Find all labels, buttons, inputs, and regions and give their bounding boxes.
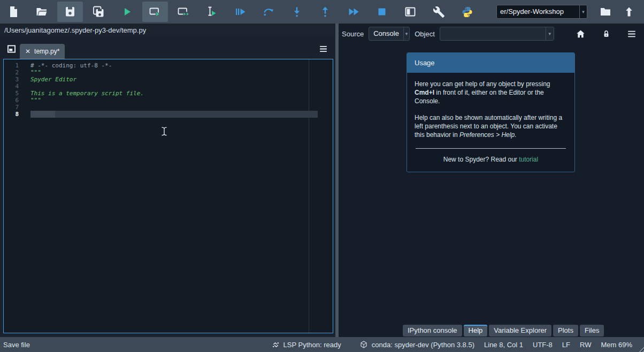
new-file-icon <box>7 5 20 18</box>
working-directory-value: er/Spyder-Workshop <box>497 5 579 18</box>
folder-icon <box>599 5 612 18</box>
chevron-down-icon[interactable]: ▼ <box>579 5 587 18</box>
code-text <box>27 83 30 90</box>
mouse-ibeam-cursor <box>160 126 168 136</box>
run-icon <box>120 5 133 18</box>
step-over-icon <box>262 5 275 18</box>
line-number: 2 <box>4 69 27 76</box>
tab-files[interactable]: Files <box>580 325 604 336</box>
editor-line: 5This is a temporary script file. <box>4 90 333 97</box>
working-directory-combobox[interactable]: er/Spyder-Workshop ▼ <box>496 5 587 19</box>
open-file-button[interactable] <box>29 2 55 22</box>
editor-line: 2""" <box>4 69 333 76</box>
run-cell-advance-button[interactable] <box>171 2 196 22</box>
parent-directory-button[interactable] <box>617 2 641 22</box>
browse-tabs-button[interactable] <box>4 42 18 55</box>
step-into-button[interactable] <box>284 2 310 22</box>
preferences-button[interactable] <box>426 2 451 22</box>
run-selection-icon <box>205 5 218 18</box>
usage-footer: New to Spyder? Read our tutorial <box>415 155 567 164</box>
tab-ipython-console[interactable]: IPython console <box>403 325 462 336</box>
wrench-icon <box>433 6 445 18</box>
help-panel-header: Source Console ▼ Object ▼ <box>339 24 644 44</box>
lsp-status[interactable]: LSP Python: ready <box>272 341 341 349</box>
run-cell-advance-icon <box>177 5 191 18</box>
browse-working-directory-button[interactable] <box>594 2 617 22</box>
python-interpreter-button[interactable] <box>454 2 480 22</box>
line-number: 3 <box>4 76 27 83</box>
step-return-button[interactable] <box>312 2 338 22</box>
code-text: """ <box>27 97 41 104</box>
debug-file-button[interactable] <box>227 2 253 22</box>
python-logo-icon <box>461 6 473 18</box>
step-over-button[interactable] <box>256 2 281 22</box>
editor-line: 1# -*- coding: utf-8 -*- <box>4 62 333 69</box>
editor-options-button[interactable] <box>317 43 329 55</box>
stop-button[interactable] <box>369 2 395 22</box>
tab-variable-explorer[interactable]: Variable Explorer <box>489 325 551 336</box>
source-combobox[interactable]: Console ▼ <box>369 27 410 41</box>
save-file-button[interactable] <box>57 2 83 22</box>
eol-status: LF <box>562 341 570 349</box>
lock-icon[interactable] <box>602 29 611 39</box>
file-path: /Users/juanitagomez/.spyder-py3-dev/temp… <box>4 26 146 34</box>
line-number: 7 <box>4 104 27 111</box>
usage-card: Usage Here you can get help of any objec… <box>407 52 575 172</box>
status-message: Save file <box>3 341 30 349</box>
editor-line: 3Spyder Editor <box>4 76 333 83</box>
save-icon <box>64 5 76 18</box>
run-cell-button[interactable] <box>142 2 168 22</box>
lsp-icon <box>272 341 280 349</box>
object-value <box>440 27 546 40</box>
arrow-up-icon <box>623 5 635 18</box>
shortcut-text: Cmd+I <box>415 89 434 96</box>
menu-path-text: Preferences > Help <box>459 131 515 139</box>
code-text <box>27 111 30 118</box>
help-panel: Source Console ▼ Object ▼ Usage Here you… <box>339 24 644 337</box>
code-text: """ <box>27 69 41 76</box>
tutorial-link[interactable]: tutorial <box>519 156 538 163</box>
interpreter-status[interactable]: conda: spyder-dev (Python 3.8.5) <box>359 340 474 349</box>
line-number: 5 <box>4 90 27 97</box>
editor-current-line: 8 <box>4 111 333 118</box>
new-file-button[interactable] <box>1 2 26 22</box>
editor-line: 4 <box>4 83 333 90</box>
resize-grip[interactable] <box>637 345 644 352</box>
hamburger-icon[interactable] <box>627 30 637 38</box>
editor-line: 6""" <box>4 97 333 104</box>
code-text: This is a temporary script file. <box>27 90 144 97</box>
cursor-position: Line 8, Col 1 <box>484 341 523 349</box>
run-file-button[interactable] <box>114 2 140 22</box>
line-number: 8 <box>4 111 27 118</box>
tab-plots[interactable]: Plots <box>553 325 578 336</box>
usage-paragraph-2: Help can also be shown automatically aft… <box>415 113 567 139</box>
editor-tab-temp-py[interactable]: ✕ temp.py* <box>20 44 65 59</box>
step-into-icon <box>290 5 303 18</box>
tab-help[interactable]: Help <box>464 325 488 336</box>
code-text <box>27 104 30 111</box>
code-editor[interactable]: 1# -*- coding: utf-8 -*- 2""" 3Spyder Ed… <box>3 59 333 333</box>
home-icon[interactable] <box>576 29 586 39</box>
close-tab-icon[interactable]: ✕ <box>25 48 30 55</box>
help-header-icons <box>576 29 644 39</box>
usage-card-body: Here you can get help of any object by p… <box>407 73 574 172</box>
debug-icon <box>234 5 247 18</box>
continue-icon <box>347 5 360 18</box>
source-label: Source <box>342 30 364 38</box>
code-text: # -*- coding: utf-8 -*- <box>27 62 112 69</box>
line-number: 6 <box>4 97 27 104</box>
usage-card-title: Usage <box>407 53 574 73</box>
run-selection-button[interactable] <box>199 2 225 22</box>
editor-tab-bar: ✕ temp.py* <box>0 37 335 59</box>
permissions-status: RW <box>580 341 591 349</box>
maximize-pane-button[interactable] <box>397 2 423 22</box>
save-all-button[interactable] <box>86 2 111 22</box>
chevron-down-icon[interactable]: ▼ <box>546 27 554 40</box>
chevron-down-icon[interactable]: ▼ <box>403 27 409 40</box>
continue-button[interactable] <box>341 2 366 22</box>
object-combobox[interactable]: ▼ <box>440 27 554 41</box>
plugin-tab-bar: IPython console Help Variable Explorer P… <box>403 325 604 336</box>
file-path-bar: /Users/juanitagomez/.spyder-py3-dev/temp… <box>0 24 335 37</box>
line-number: 4 <box>4 83 27 90</box>
usage-paragraph-1: Here you can get help of any object by p… <box>415 80 567 105</box>
